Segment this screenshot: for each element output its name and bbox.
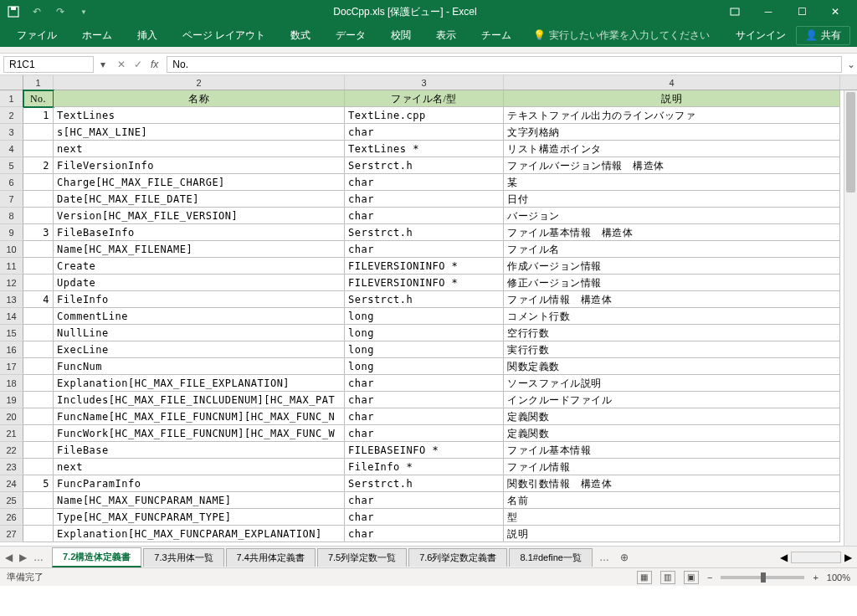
cell-no[interactable] — [23, 308, 54, 325]
cell-header-desc[interactable]: 説明 — [504, 90, 840, 107]
cell-file[interactable]: char — [345, 408, 504, 425]
cell-name[interactable]: CommentLine — [54, 308, 345, 325]
row-header[interactable]: 22 — [0, 442, 23, 459]
cell-file[interactable]: FILEBASEINFO * — [345, 442, 504, 459]
cell-file[interactable]: long — [345, 358, 504, 375]
select-all-corner[interactable] — [0, 75, 23, 90]
save-icon[interactable] — [7, 5, 20, 18]
cell-name[interactable]: Name[HC_MAX_FILENAME] — [54, 241, 345, 258]
cell-file[interactable]: long — [345, 325, 504, 341]
cell-file[interactable]: long — [345, 308, 504, 325]
row-header[interactable]: 7 — [0, 191, 23, 208]
cell-name[interactable]: FuncWork[HC_MAX_FILE_FUNCNUM][HC_MAX_FUN… — [54, 425, 345, 442]
cell-desc[interactable]: ファイル基本情報 構造体 — [504, 224, 840, 241]
row-header[interactable]: 1 — [0, 90, 23, 107]
cell-name[interactable]: Charge[HC_MAX_FILE_CHARGE] — [54, 174, 345, 191]
col-header-4[interactable]: 4 — [504, 75, 840, 90]
row-header[interactable]: 26 — [0, 509, 23, 526]
cell-no[interactable] — [23, 341, 54, 358]
cell-name[interactable]: Explanation[HC_MAX_FUNCPARAM_EXPLANATION… — [54, 526, 345, 542]
cell-desc[interactable]: ファイル基本情報 — [504, 442, 840, 459]
row-header[interactable]: 2 — [0, 107, 23, 124]
maximize-button[interactable]: ☐ — [787, 3, 817, 21]
tab-formulas[interactable]: 数式 — [280, 25, 321, 46]
cell-no[interactable] — [23, 358, 54, 375]
cell-no[interactable] — [23, 258, 54, 275]
cell-name[interactable]: next — [54, 141, 345, 157]
row-header[interactable]: 14 — [0, 308, 23, 325]
cell-name[interactable]: FileInfo — [54, 291, 345, 308]
col-header-2[interactable]: 2 — [54, 75, 345, 90]
cell-file[interactable]: char — [345, 174, 504, 191]
tab-data[interactable]: データ — [326, 25, 376, 46]
tab-pagelayout[interactable]: ページ レイアウト — [172, 25, 275, 46]
redo-icon[interactable]: ↷ — [54, 5, 67, 18]
sheet-tab[interactable]: 7.5列挙定数一覧 — [317, 548, 407, 567]
cell-desc[interactable]: ファイル情報 構造体 — [504, 291, 840, 308]
cell-file[interactable]: FileInfo * — [345, 459, 504, 475]
cell-desc[interactable]: ファイルバージョン情報 構造体 — [504, 157, 840, 174]
row-header[interactable]: 25 — [0, 492, 23, 509]
cell-no[interactable] — [23, 459, 54, 475]
hscroll-left-icon[interactable]: ◀ — [780, 552, 788, 563]
cell-file[interactable]: char — [345, 241, 504, 258]
cell-no[interactable] — [23, 425, 54, 442]
tab-review[interactable]: 校閲 — [381, 25, 421, 46]
cell-file[interactable]: char — [345, 425, 504, 442]
cell-no[interactable]: 4 — [23, 291, 54, 308]
cell-desc[interactable]: コメント行数 — [504, 308, 840, 325]
cell-no[interactable]: 1 — [23, 107, 54, 124]
cell-no[interactable] — [23, 275, 54, 291]
row-header[interactable]: 21 — [0, 425, 23, 442]
cell-no[interactable] — [23, 442, 54, 459]
cell-desc[interactable]: 型 — [504, 509, 840, 526]
cell-desc[interactable]: 実行行数 — [504, 341, 840, 358]
cell-name[interactable]: TextLines — [54, 107, 345, 124]
minimize-button[interactable]: ─ — [753, 3, 783, 21]
cell-file[interactable]: char — [345, 375, 504, 392]
cell-no[interactable] — [23, 174, 54, 191]
row-header[interactable]: 23 — [0, 459, 23, 475]
expand-formula-bar-icon[interactable]: ⌄ — [845, 59, 857, 70]
row-header[interactable]: 8 — [0, 208, 23, 224]
zoom-out-button[interactable]: − — [707, 572, 712, 583]
cell-file[interactable]: char — [345, 392, 504, 408]
row-header[interactable]: 16 — [0, 341, 23, 358]
cell-desc[interactable]: ファイル情報 — [504, 459, 840, 475]
zoom-label[interactable]: 100% — [827, 572, 850, 583]
cell-no[interactable] — [23, 141, 54, 157]
cell-desc[interactable]: 修正バージョン情報 — [504, 275, 840, 291]
col-header-3[interactable]: 3 — [345, 75, 504, 90]
cell-name[interactable]: FileBase — [54, 442, 345, 459]
view-normal-icon[interactable]: ▦ — [637, 571, 652, 584]
cell-no[interactable] — [23, 509, 54, 526]
tab-view[interactable]: 表示 — [426, 25, 466, 46]
cell-name[interactable]: NullLine — [54, 325, 345, 341]
cell-file[interactable]: char — [345, 208, 504, 224]
cell-file[interactable]: TextLine.cpp — [345, 107, 504, 124]
cell-name[interactable]: s[HC_MAX_LINE] — [54, 124, 345, 141]
cell-header-name[interactable]: 名称 — [54, 90, 345, 107]
row-header[interactable]: 11 — [0, 258, 23, 275]
cell-no[interactable] — [23, 191, 54, 208]
col-header-1[interactable]: 1 — [23, 75, 54, 90]
cell-no[interactable] — [23, 408, 54, 425]
close-button[interactable]: ✕ — [820, 3, 850, 21]
scrollbar-thumb[interactable] — [846, 92, 855, 192]
cell-name[interactable]: Type[HC_MAX_FUNCPARAM_TYPE] — [54, 509, 345, 526]
cell-desc[interactable]: 某 — [504, 174, 840, 191]
cell-name[interactable]: Explanation[HC_MAX_FILE_EXPLANATION] — [54, 375, 345, 392]
enter-icon[interactable]: ✓ — [134, 59, 142, 70]
horizontal-scrollbar[interactable] — [791, 552, 841, 563]
sheet-tab-active[interactable]: 7.2構造体定義書 — [52, 547, 141, 567]
cell-no[interactable] — [23, 392, 54, 408]
cell-header-no[interactable]: No. — [23, 90, 54, 107]
sheet-tab[interactable]: 7.3共用体一覧 — [143, 548, 223, 567]
cell-file[interactable]: char — [345, 526, 504, 542]
cell-desc[interactable]: テキストファイル出力のラインバッファ — [504, 107, 840, 124]
cell-file[interactable]: FILEVERSIONINFO * — [345, 275, 504, 291]
sheet-tab[interactable]: 7.6列挙定数定義書 — [408, 548, 507, 567]
cell-header-file[interactable]: ファイル名/型 — [345, 90, 504, 107]
cell-name[interactable]: FuncParamInfo — [54, 475, 345, 492]
cell-name[interactable]: Includes[HC_MAX_FILE_INCLUDENUM][HC_MAX_… — [54, 392, 345, 408]
